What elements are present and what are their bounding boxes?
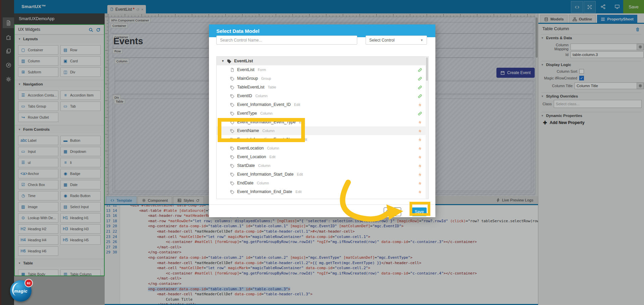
tree-scrollbar[interactable] (426, 57, 428, 199)
tree-item-name: StartDate (237, 163, 255, 168)
select-control-dropdown[interactable]: Select Control▼ (366, 36, 427, 45)
tree-item-name: EventID (237, 94, 252, 98)
broken-link-icon (418, 119, 422, 125)
broken-link-icon (418, 145, 422, 151)
tree-item-name: EventType (237, 111, 257, 116)
tree-item-name: Event_Information_End_Date (237, 189, 292, 194)
tree-item-type: Form (258, 68, 266, 72)
tree-item-type: Table (268, 85, 276, 89)
tree-item-type: Column (258, 164, 270, 168)
tree-item-type: Edit (299, 120, 305, 124)
tree-item-name: MainGroup (237, 76, 258, 81)
tree-item-name: EventLocation (237, 146, 264, 150)
tree-root-eventlist[interactable]: ▼EventList (217, 57, 428, 65)
tree-item-type: Edit (294, 103, 300, 107)
magic-logo[interactable]: magic 82 (10, 280, 32, 302)
cancel-button[interactable]: Cancel (384, 207, 401, 216)
dialog-footer: Cancel Save (209, 204, 435, 218)
tree-item-maingroup[interactable]: MainGroupGroup (217, 74, 428, 83)
tree-item-event_information_end_date[interactable]: Event_Information_End_DateEdit (217, 187, 428, 196)
broken-link-icon (418, 128, 422, 134)
tree-item-name: Event_Information_Event_Name (237, 137, 298, 142)
broken-link-icon (418, 102, 422, 108)
tree-item-type: Column (260, 111, 272, 115)
link-icon (418, 75, 422, 81)
link-icon (418, 93, 422, 99)
tree-item-type: Edit (301, 137, 307, 141)
tree-item-name: Event_Information_Start_Date (237, 172, 293, 177)
link-icon (418, 67, 422, 73)
tree-item-type: Edit (269, 155, 275, 159)
broken-link-icon (418, 197, 422, 199)
broken-link-icon (418, 136, 422, 142)
tree-item-partial[interactable] (217, 196, 428, 199)
tree-item-type: Group (261, 76, 271, 80)
tree-item-event_information_event_id[interactable]: Event_Information_Event_IDEdit (217, 100, 428, 109)
chevron-down-icon: ▼ (420, 39, 423, 42)
data-model-tree: ▼EventListEventListFormMainGroupGroupTab… (216, 56, 429, 199)
save-button-dialog[interactable]: Save (412, 207, 427, 216)
smartux-app-window: SmartUX™ EventList* × Save SmartUXDemoAp… (0, 0, 644, 305)
tree-item-event_information_event_type[interactable]: Event_Information_Event_TypeEdit (217, 118, 428, 126)
tree-item-type: Edit (296, 190, 302, 194)
tree-item-type: Column (255, 94, 267, 98)
tree-item-type: Column (267, 146, 279, 150)
tree-item-enddate[interactable]: EndDateColumn (217, 179, 428, 187)
tree-item-event_information_event_name[interactable]: Event_Information_Event_NameEdit (217, 135, 428, 144)
tree-item-name: TableEventList (237, 85, 264, 89)
control-search-input[interactable] (216, 36, 357, 45)
magic-notification-badge: 82 (24, 279, 33, 287)
broken-link-icon (418, 189, 422, 195)
link-icon (418, 110, 422, 116)
broken-link-icon (418, 163, 422, 169)
broken-link-icon (418, 154, 422, 160)
tree-item-startdate[interactable]: StartDateColumn (217, 161, 428, 170)
link-icon (418, 84, 422, 90)
tree-item-eventname[interactable]: EventNameColumn (217, 126, 428, 135)
tree-item-type: Edit (297, 172, 303, 176)
tree-item-eventlocation[interactable]: EventLocationColumn (217, 144, 428, 152)
dialog-title: Select Data Model (216, 28, 259, 34)
select-data-model-dialog: Select Data Model Select Control▼ ▼Event… (209, 24, 435, 217)
tree-item-name: Event_Information_Event_ID (237, 102, 291, 107)
tree-item-event_information_start_date[interactable]: Event_Information_Start_DateEdit (217, 170, 428, 179)
tree-item-name: Event_Information_Event_Type (237, 120, 296, 124)
tree-item-type: Column (257, 181, 269, 185)
tree-item-event_location[interactable]: Event_LocationEdit (217, 152, 428, 161)
tree-item-name: EventList (237, 67, 254, 72)
tree-item-name: EventName (237, 128, 259, 133)
tree-item-name: EndDate (237, 181, 254, 185)
tree-item-eventlist[interactable]: EventListForm (217, 65, 428, 74)
tree-item-eventtype[interactable]: EventTypeColumn (217, 109, 428, 118)
magic-swoosh (11, 282, 25, 297)
tree-item-eventid[interactable]: EventIDColumn (217, 92, 428, 100)
tree-item-name: Event_Location (237, 155, 266, 159)
broken-link-icon (418, 180, 422, 186)
broken-link-icon (418, 171, 422, 177)
tree-item-type: Column (262, 129, 274, 133)
caret-down-icon[interactable]: ▼ (221, 59, 224, 63)
tree-item-tableeventlist[interactable]: TableEventListTable (217, 83, 428, 92)
